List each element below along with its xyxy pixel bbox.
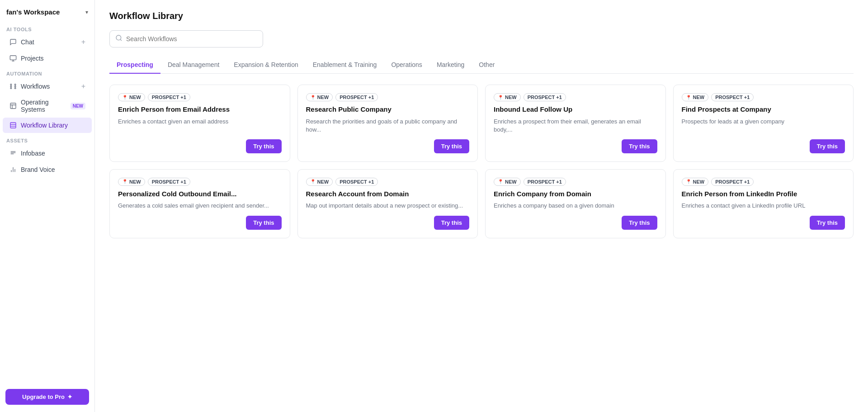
tag-pin-icon: 📍 — [310, 95, 316, 100]
infobase-label: Infobase — [21, 150, 85, 157]
card-tags: 📍 NEW PROSPECT +1 — [682, 93, 845, 101]
tag-pin-icon: 📍 — [122, 179, 127, 184]
tag-new-label: NEW — [317, 179, 329, 185]
tag-type-label: PROSPECT +1 — [528, 179, 562, 185]
workflow-library-label: Workflow Library — [21, 122, 85, 129]
workflow-card: 📍 NEW PROSPECT +1 Personalized Cold Outb… — [109, 169, 290, 238]
infobase-icon — [9, 149, 17, 157]
card-tags: 📍 NEW PROSPECT +1 — [306, 93, 470, 101]
try-this-button[interactable]: Try this — [810, 216, 845, 230]
upgrade-button[interactable]: Upgrade to Pro ✦ — [5, 389, 89, 405]
tag-pin-icon: 📍 — [310, 179, 316, 184]
tag-new-label: NEW — [693, 95, 705, 100]
sidebar-item-workflows[interactable]: Workflows + — [3, 79, 92, 94]
card-title: Enrich Company from Domain — [494, 189, 657, 199]
tag-new-label: NEW — [129, 179, 141, 185]
tag-pin-icon: 📍 — [498, 179, 503, 184]
card-title: Research Account from Domain — [306, 189, 470, 199]
search-input[interactable] — [126, 35, 257, 43]
workflows-add-icon[interactable]: + — [81, 82, 85, 90]
chat-add-icon[interactable]: + — [81, 38, 85, 46]
brand-voice-label: Brand Voice — [21, 166, 85, 173]
tag-new-label: NEW — [693, 179, 705, 185]
card-title: Enrich Person from LinkedIn Profile — [682, 189, 845, 199]
prospect-tag: PROSPECT +1 — [148, 178, 190, 186]
try-this-button[interactable]: Try this — [434, 139, 469, 153]
tag-type-label: PROSPECT +1 — [340, 179, 374, 185]
card-title: Find Prospects at Company — [682, 105, 845, 114]
sidebar-item-infobase[interactable]: Infobase — [3, 146, 92, 161]
sidebar-item-workflow-library[interactable]: Workflow Library — [3, 118, 92, 133]
upgrade-label: Upgrade to Pro — [22, 393, 65, 400]
new-tag: 📍 NEW — [118, 178, 145, 186]
try-this-button[interactable]: Try this — [246, 139, 281, 153]
tag-new-label: NEW — [505, 95, 517, 100]
tab-deal-management[interactable]: Deal Management — [160, 57, 226, 74]
sidebar-item-chat[interactable]: Chat + — [3, 34, 92, 50]
card-tags: 📍 NEW PROSPECT +1 — [118, 93, 282, 101]
svg-point-8 — [14, 88, 16, 89]
try-this-button[interactable]: Try this — [622, 216, 657, 230]
workflow-library-icon — [9, 121, 17, 129]
workflow-card: 📍 NEW PROSPECT +1 Find Prospects at Comp… — [673, 85, 854, 162]
workflow-card: 📍 NEW PROSPECT +1 Enrich Person from Ema… — [109, 85, 290, 162]
prospect-tag: PROSPECT +1 — [335, 93, 378, 101]
prospect-tag: PROSPECT +1 — [711, 93, 754, 101]
new-tag: 📍 NEW — [118, 93, 145, 101]
upgrade-icon: ✦ — [67, 393, 72, 400]
sidebar-item-projects[interactable]: Projects — [3, 51, 92, 66]
search-bar[interactable] — [109, 30, 263, 47]
tag-pin-icon: 📍 — [498, 95, 503, 100]
new-tag: 📍 NEW — [494, 93, 521, 101]
prospect-tag: PROSPECT +1 — [711, 178, 754, 186]
card-tags: 📍 NEW PROSPECT +1 — [306, 178, 470, 186]
card-title: Enrich Person from Email Address — [118, 105, 282, 114]
try-this-button[interactable]: Try this — [246, 216, 281, 230]
os-icon — [9, 102, 17, 110]
svg-point-6 — [14, 84, 16, 85]
sidebar-item-brand-voice[interactable]: Brand Voice — [3, 162, 92, 177]
card-tags: 📍 NEW PROSPECT +1 — [118, 178, 282, 186]
svg-point-19 — [116, 35, 121, 40]
brand-voice-icon — [9, 166, 17, 174]
tab-marketing[interactable]: Marketing — [429, 57, 472, 74]
tag-type-label: PROSPECT +1 — [715, 95, 750, 100]
tag-new-label: NEW — [317, 95, 329, 100]
sidebar: fan's Workspace ▾ AI Tools Chat + Projec… — [0, 0, 95, 412]
workflow-card: 📍 NEW PROSPECT +1 Research Account from … — [297, 169, 478, 238]
svg-rect-0 — [10, 56, 16, 60]
tag-new-label: NEW — [505, 179, 517, 185]
svg-point-3 — [10, 84, 12, 85]
ai-tools-section-label: AI Tools — [0, 22, 94, 34]
projects-label: Projects — [21, 55, 85, 62]
svg-rect-9 — [10, 103, 16, 109]
try-this-button[interactable]: Try this — [810, 139, 845, 153]
tag-type-label: PROSPECT +1 — [340, 95, 374, 100]
tag-type-label: PROSPECT +1 — [152, 95, 186, 100]
card-title: Research Public Company — [306, 105, 470, 114]
tab-expansion-retention[interactable]: Expansion & Retention — [226, 57, 305, 74]
sidebar-item-operating-systems[interactable]: Operating Systems NEW — [3, 95, 92, 117]
try-this-button[interactable]: Try this — [622, 139, 657, 153]
prospect-tag: PROSPECT +1 — [335, 178, 378, 186]
card-description: Research the priorities and goals of a p… — [306, 118, 470, 134]
tab-prospecting[interactable]: Prospecting — [109, 57, 160, 74]
tag-pin-icon: 📍 — [686, 95, 691, 100]
page-title: Workflow Library — [109, 11, 854, 21]
chat-icon — [9, 38, 17, 46]
tab-other[interactable]: Other — [472, 57, 502, 74]
prospect-tag: PROSPECT +1 — [524, 178, 566, 186]
workspace-header[interactable]: fan's Workspace ▾ — [0, 0, 94, 22]
tab-operations[interactable]: Operations — [384, 57, 429, 74]
svg-point-4 — [10, 86, 12, 87]
try-this-button[interactable]: Try this — [434, 216, 469, 230]
card-description: Enriches a company based on a given doma… — [494, 202, 657, 210]
tag-pin-icon: 📍 — [686, 179, 691, 184]
card-tags: 📍 NEW PROSPECT +1 — [494, 178, 657, 186]
card-tags: 📍 NEW PROSPECT +1 — [494, 93, 657, 101]
prospect-tag: PROSPECT +1 — [524, 93, 566, 101]
new-tag: 📍 NEW — [494, 178, 521, 186]
tab-enablement-training[interactable]: Enablement & Training — [306, 57, 384, 74]
workflow-card: 📍 NEW PROSPECT +1 Enrich Person from Lin… — [673, 169, 854, 238]
card-title: Personalized Cold Outbound Email... — [118, 189, 282, 199]
